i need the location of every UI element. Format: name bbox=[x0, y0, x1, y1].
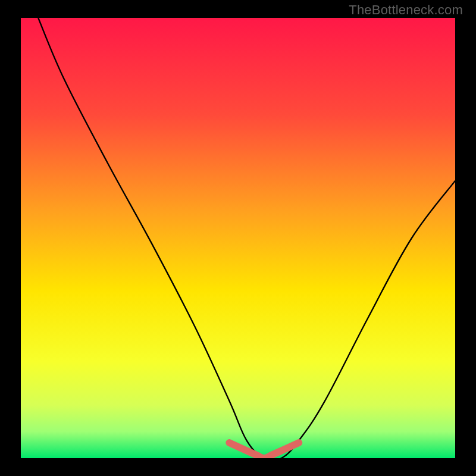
watermark-text: TheBottleneck.com bbox=[349, 2, 463, 18]
curve-path bbox=[38, 18, 455, 458]
bottleneck-curve bbox=[21, 18, 455, 458]
chart-frame: TheBottleneck.com bbox=[0, 0, 476, 476]
plot-area bbox=[21, 18, 455, 458]
optimal-region-highlight bbox=[229, 443, 299, 458]
